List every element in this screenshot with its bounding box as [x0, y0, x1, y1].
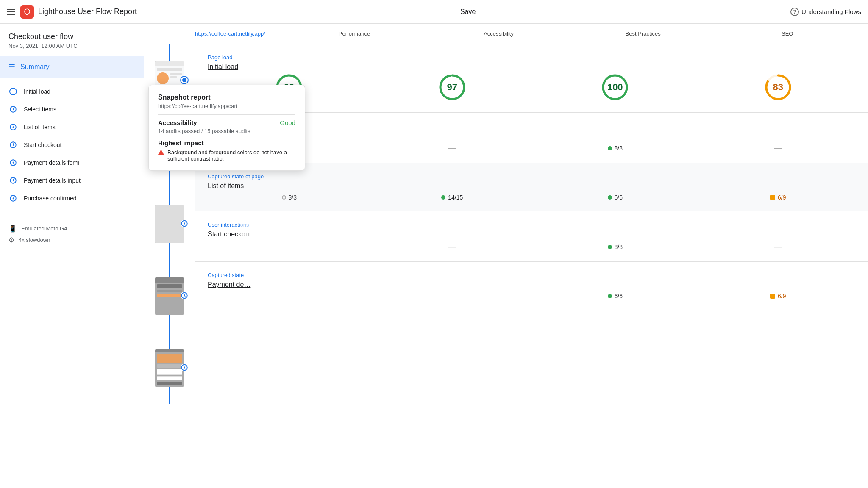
- section-name-select[interactable]: Select Items: [208, 132, 860, 139]
- col-accessibility: Accessibility: [426, 30, 571, 37]
- help-icon: ?: [790, 8, 799, 16]
- flow-item-label: Initial load: [24, 88, 50, 95]
- score-seo-start: —: [697, 242, 860, 251]
- score-seo-initial: 83: [697, 72, 860, 102]
- app-logo: [20, 5, 34, 19]
- sidebar-item-payment-input[interactable]: Payment details input: [0, 172, 144, 189]
- slowdown-icon: ⚙: [8, 236, 14, 244]
- score-access-start: —: [371, 242, 534, 251]
- warning-icon: [158, 150, 164, 155]
- score-seo-select: —: [697, 144, 860, 152]
- circle-icon: [8, 87, 18, 96]
- sidebar-item-purchase-confirmed[interactable]: Purchase confirmed: [0, 189, 144, 207]
- col-headers: Performance Accessibility Best Practices…: [282, 30, 860, 37]
- flow-item-label: Payment details form: [24, 159, 80, 166]
- tooltip-url: https://coffee-cart.netlify.app/cart: [158, 103, 295, 109]
- flow-date: Nov 3, 2021, 12:00 AM UTC: [8, 43, 135, 49]
- col-best-practices: Best Practices: [571, 30, 715, 37]
- slowdown-info: ⚙ 4x slowdown: [8, 234, 135, 246]
- tooltip-title: Snapshot report: [158, 94, 295, 101]
- sidebar-item-payment-form[interactable]: Payment details form: [0, 154, 144, 172]
- section-type-select: User interactions: [208, 123, 860, 129]
- tooltip-accessibility-row: Accessibility Good: [158, 119, 295, 126]
- understanding-flows-link[interactable]: ? Understanding Flows: [790, 8, 861, 16]
- col-performance: Performance: [282, 30, 427, 37]
- flow-item-label: Payment details input: [24, 177, 81, 184]
- score-access-select: —: [371, 144, 534, 152]
- score-best-payment: 6/6: [534, 293, 697, 299]
- score-best-select: 8/8: [534, 145, 697, 152]
- thumb-list-of-items: [144, 188, 195, 260]
- clock-icon: [8, 105, 18, 114]
- device-label: Emulated Moto G4: [21, 225, 67, 232]
- clock-icon: [8, 140, 18, 150]
- flow-title: Checkout user flow: [8, 32, 135, 41]
- tooltip-accessibility-desc: 14 audits passed / 15 passable audits: [158, 128, 295, 134]
- tooltip-impact-text: Background and foreground colors do not …: [167, 149, 295, 162]
- score-access-list: 14/15: [371, 194, 534, 201]
- flow-item-label: Select Items: [24, 106, 56, 113]
- site-url[interactable]: https://coffee-cart.netlify.app/: [195, 30, 265, 37]
- flow-item-label: List of items: [24, 124, 56, 130]
- section-name-initial[interactable]: Initial load: [208, 63, 860, 71]
- score-seo-payment: 6/9: [697, 293, 860, 299]
- sidebar-item-select-items[interactable]: Select Items: [0, 100, 144, 118]
- section-name-list[interactable]: List of items: [208, 182, 860, 190]
- tooltip-accessibility-label: Accessibility: [158, 119, 197, 126]
- device-info: 📱 Emulated Moto G4: [8, 223, 135, 234]
- section-start-checkout: User interactions Start checkout — 8/8: [195, 211, 868, 262]
- column-header-bar: https://coffee-cart.netlify.app/ Perform…: [144, 24, 868, 44]
- sidebar-bottom: 📱 Emulated Moto G4 ⚙ 4x slowdown: [0, 216, 144, 252]
- section-name-start[interactable]: Start checkout: [208, 230, 860, 238]
- phone-icon: 📱: [8, 225, 17, 233]
- section-payment-details: Captured state Payment de… 6/6 6/9: [195, 262, 868, 310]
- tooltip-accessibility-value: Good: [280, 119, 295, 126]
- scores-row-initial: 99 97: [208, 72, 860, 102]
- section-name-payment[interactable]: Payment de…: [208, 281, 860, 288]
- snapshot-icon: [8, 122, 18, 132]
- thumb-payment-details: [144, 332, 195, 404]
- col-seo: SEO: [715, 30, 860, 37]
- top-nav: Lighthouse User Flow Report Save ? Under…: [0, 0, 868, 24]
- hamburger-menu[interactable]: [7, 9, 15, 15]
- section-type-list: Captured state of page: [208, 173, 860, 180]
- score-seo-list: 6/9: [697, 194, 860, 201]
- tooltip-impact-label: Highest impact: [158, 139, 295, 147]
- score-best-list: 6/6: [534, 194, 697, 201]
- score-num-seo: 83: [773, 82, 783, 93]
- score-num-best: 100: [607, 82, 623, 93]
- score-access-initial: 97: [371, 72, 534, 102]
- flow-list: Initial load Select Items List of items: [0, 78, 144, 212]
- save-button[interactable]: Save: [460, 8, 476, 16]
- sidebar-item-initial-load[interactable]: Initial load: [0, 83, 144, 100]
- sidebar-item-summary[interactable]: ☰ Summary: [0, 56, 144, 78]
- flow-item-label: Start checkout: [24, 141, 62, 148]
- sidebar-header: Checkout user flow Nov 3, 2021, 12:00 AM…: [0, 32, 144, 56]
- flow-item-label: Purchase confirmed: [24, 195, 77, 202]
- section-type-start: User interactions: [208, 222, 860, 228]
- sidebar: Checkout user flow Nov 3, 2021, 12:00 AM…: [0, 24, 144, 488]
- snapshot-icon: [8, 158, 18, 167]
- app-title: Lighthouse User Flow Report: [38, 7, 137, 16]
- score-num-access: 97: [447, 82, 457, 93]
- tooltip-popup: Snapshot report https://coffee-cart.netl…: [148, 85, 305, 171]
- section-type-payment: Captured state: [208, 272, 860, 278]
- timeline-dot-initial: [181, 77, 188, 83]
- clock-icon: [8, 176, 18, 185]
- summary-label: Summary: [20, 63, 49, 71]
- score-perf-list: 3/3: [208, 194, 371, 201]
- snapshot-icon: [8, 194, 18, 203]
- sidebar-item-list-of-items[interactable]: List of items: [0, 118, 144, 136]
- main-content: https://coffee-cart.netlify.app/ Perform…: [144, 24, 868, 488]
- tooltip-impact-item: Background and foreground colors do not …: [158, 149, 295, 162]
- thumb-start-checkout: [144, 260, 195, 332]
- score-best-start: 8/8: [534, 244, 697, 250]
- sidebar-item-start-checkout[interactable]: Start checkout: [0, 136, 144, 154]
- slowdown-label: 4x slowdown: [19, 237, 50, 243]
- list-icon: ☰: [8, 62, 15, 72]
- section-type-initial: Page load: [208, 54, 860, 61]
- score-best-initial: 100: [534, 72, 697, 102]
